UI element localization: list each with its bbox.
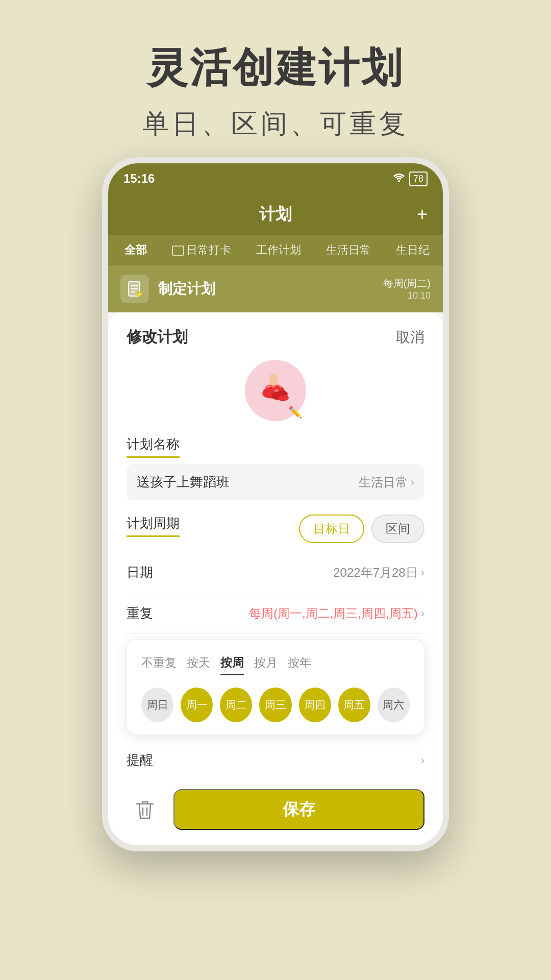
plan-name-section: 计划名称 送孩子上舞蹈班 生活日常 › bbox=[127, 435, 424, 500]
chevron-right-icon: › bbox=[421, 566, 424, 579]
add-plan-button[interactable]: + bbox=[417, 204, 428, 225]
repeat-tab-day[interactable]: 按天 bbox=[187, 652, 210, 675]
tab-life[interactable]: 生活日常 bbox=[320, 239, 377, 261]
period-buttons: 目标日 区间 bbox=[299, 514, 424, 543]
tab-work[interactable]: 工作计划 bbox=[250, 239, 307, 261]
list-item-date: 每周(周二) 10:10 bbox=[383, 277, 431, 301]
chevron-right-icon: › bbox=[411, 476, 414, 489]
page-subtitle: 单日、区间、可重复 bbox=[142, 106, 409, 142]
status-icons: 78 bbox=[393, 172, 428, 186]
modal-header: 修改计划 取消 bbox=[127, 327, 424, 348]
tab-daily[interactable]: 日常打卡 bbox=[166, 239, 237, 261]
avatar[interactable]: ✏️ bbox=[245, 360, 306, 421]
plan-name-field[interactable]: 送孩子上舞蹈班 生活日常 › bbox=[127, 464, 424, 500]
repeat-tab-month[interactable]: 按月 bbox=[254, 652, 278, 675]
date-value: 2022年7月28日 › bbox=[333, 565, 424, 581]
date-row[interactable]: 日期 2022年7月28日 › bbox=[127, 552, 424, 593]
period-header-row: 计划周期 目标日 区间 bbox=[127, 514, 424, 543]
period-range-button[interactable]: 区间 bbox=[371, 514, 424, 543]
reminder-value-1: › bbox=[421, 754, 424, 767]
tab-birthday[interactable]: 生日纪 bbox=[390, 239, 436, 261]
modal-title: 修改计划 bbox=[127, 327, 188, 348]
bottom-actions: 保存 bbox=[108, 779, 443, 845]
weekday-fri[interactable]: 周五 bbox=[338, 688, 370, 722]
wifi-icon bbox=[393, 173, 405, 185]
chevron-right-icon: › bbox=[421, 754, 424, 767]
period-target-day-button[interactable]: 目标日 bbox=[299, 514, 364, 543]
repeat-value: 每周(周一,周二,周三,周四,周五) › bbox=[249, 605, 424, 622]
weekday-selector: 周日 周一 周二 周三 周四 周五 周六 bbox=[141, 688, 410, 722]
weekday-wed[interactable]: 周三 bbox=[259, 688, 291, 722]
reminder-row-1[interactable]: 提醒 › bbox=[127, 740, 424, 781]
list-item-title: 制定计划 bbox=[158, 279, 374, 299]
phone-mockup: 15:16 78 计划 + 全部 日常打卡 bbox=[102, 157, 449, 851]
checkin-icon bbox=[172, 246, 184, 256]
list-item[interactable]: 制定计划 每周(周二) 10:10 bbox=[108, 265, 443, 312]
repeat-row[interactable]: 重复 每周(周一,周二,周三,周四,周五) › bbox=[127, 593, 424, 634]
repeat-picker: 不重复 按天 按周 按月 按年 周日 周一 周二 周三 bbox=[127, 639, 424, 735]
svg-point-5 bbox=[137, 291, 142, 297]
repeat-tab-none[interactable]: 不重复 bbox=[141, 652, 177, 675]
page-header: 灵活创建计划 单日、区间、可重复 bbox=[142, 0, 409, 142]
list-item-icon bbox=[120, 275, 149, 303]
repeat-tab-week[interactable]: 按周 bbox=[220, 652, 244, 675]
weekday-thu[interactable]: 周四 bbox=[299, 688, 331, 722]
avatar-container: ✏️ bbox=[127, 360, 424, 421]
battery-icon: 78 bbox=[409, 172, 428, 186]
notch bbox=[224, 163, 327, 184]
cancel-button[interactable]: 取消 bbox=[396, 328, 424, 347]
delete-button[interactable] bbox=[127, 791, 163, 828]
modal-sheet: 修改计划 取消 bbox=[108, 312, 443, 851]
app-header: 计划 + bbox=[108, 194, 443, 235]
repeat-type-tabs: 不重复 按天 按周 按月 按年 bbox=[141, 652, 410, 675]
category-selector[interactable]: 生活日常 › bbox=[359, 474, 414, 491]
reminder-label-1: 提醒 bbox=[127, 751, 153, 769]
app-header-title: 计划 bbox=[259, 203, 292, 226]
weekday-mon[interactable]: 周一 bbox=[181, 688, 213, 722]
period-label: 计划周期 bbox=[127, 514, 180, 537]
repeat-tab-year[interactable]: 按年 bbox=[288, 652, 311, 675]
weekday-tue[interactable]: 周二 bbox=[220, 688, 252, 722]
plan-name-label: 计划名称 bbox=[127, 435, 180, 458]
weekday-sun[interactable]: 周日 bbox=[141, 688, 173, 722]
save-button[interactable]: 保存 bbox=[173, 789, 424, 830]
status-time: 15:16 bbox=[123, 172, 155, 186]
date-label: 日期 bbox=[127, 564, 153, 581]
tab-all[interactable]: 全部 bbox=[118, 239, 153, 261]
weekday-sat[interactable]: 周六 bbox=[378, 688, 410, 722]
tab-bar: 全部 日常打卡 工作计划 生活日常 生日纪 bbox=[108, 235, 443, 265]
repeat-label: 重复 bbox=[127, 604, 153, 622]
plan-name-input[interactable]: 送孩子上舞蹈班 bbox=[137, 473, 359, 491]
avatar-edit-icon[interactable]: ✏️ bbox=[288, 406, 302, 419]
svg-point-0 bbox=[398, 180, 400, 182]
chevron-right-icon: › bbox=[421, 607, 424, 620]
page-title: 灵活创建计划 bbox=[142, 41, 409, 96]
plan-period-section: 计划周期 目标日 区间 bbox=[127, 514, 424, 543]
